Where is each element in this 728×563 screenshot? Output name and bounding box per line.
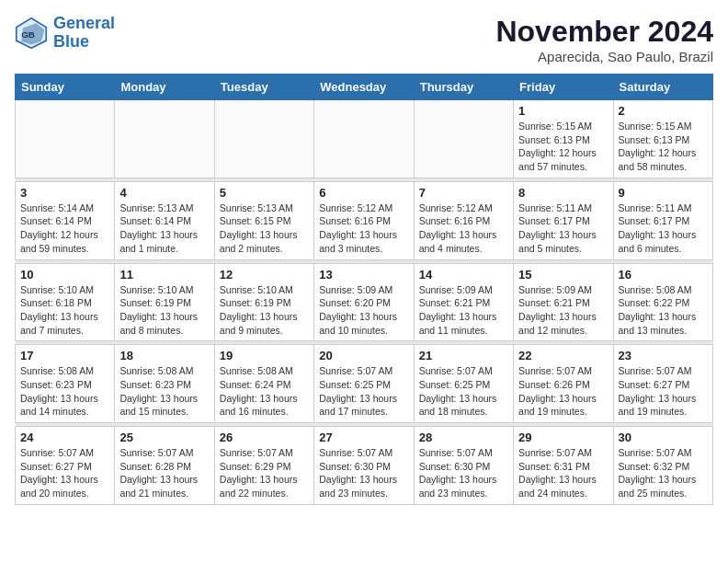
day-number: 15: [518, 268, 608, 282]
day-info: Sunrise: 5:07 AM Sunset: 6:27 PM Dayligh…: [619, 364, 708, 419]
calendar-cell-w1-d5: [414, 100, 513, 178]
col-saturday: Saturday: [613, 75, 712, 100]
calendar-table: Sunday Monday Tuesday Wednesday Thursday…: [15, 74, 713, 505]
calendar-week-3: 10Sunrise: 5:10 AM Sunset: 6:18 PM Dayli…: [16, 263, 713, 341]
calendar-week-5: 24Sunrise: 5:07 AM Sunset: 6:27 PM Dayli…: [16, 427, 713, 505]
day-info: Sunrise: 5:07 AM Sunset: 6:28 PM Dayligh…: [119, 446, 209, 500]
month-title: November 2024: [495, 15, 713, 49]
day-info: Sunrise: 5:10 AM Sunset: 6:19 PM Dayligh…: [119, 283, 209, 338]
day-info: Sunrise: 5:10 AM Sunset: 6:18 PM Dayligh…: [20, 283, 109, 338]
logo-line2: Blue: [53, 32, 89, 51]
day-number: 26: [220, 431, 309, 444]
day-info: Sunrise: 5:13 AM Sunset: 6:14 PM Dayligh…: [119, 201, 209, 256]
day-info: Sunrise: 5:07 AM Sunset: 6:30 PM Dayligh…: [319, 446, 408, 500]
calendar-cell-w3-d6: 15Sunrise: 5:09 AM Sunset: 6:21 PM Dayli…: [514, 263, 613, 341]
day-number: 29: [518, 431, 608, 444]
day-info: Sunrise: 5:07 AM Sunset: 6:31 PM Dayligh…: [518, 446, 608, 500]
day-number: 8: [518, 186, 608, 200]
calendar-cell-w1-d3: [214, 100, 313, 178]
day-number: 7: [419, 186, 508, 200]
day-info: Sunrise: 5:13 AM Sunset: 6:15 PM Dayligh…: [220, 201, 309, 256]
day-info: Sunrise: 5:09 AM Sunset: 6:21 PM Dayligh…: [518, 283, 608, 338]
calendar-cell-w5-d7: 30Sunrise: 5:07 AM Sunset: 6:32 PM Dayli…: [613, 427, 712, 505]
calendar-cell-w1-d1: [16, 100, 115, 178]
calendar-cell-w5-d4: 27Sunrise: 5:07 AM Sunset: 6:30 PM Dayli…: [314, 427, 414, 505]
calendar-cell-w4-d2: 18Sunrise: 5:08 AM Sunset: 6:23 PM Dayli…: [115, 345, 214, 423]
calendar-week-1: 1Sunrise: 5:15 AM Sunset: 6:13 PM Daylig…: [16, 100, 713, 178]
day-info: Sunrise: 5:09 AM Sunset: 6:21 PM Dayligh…: [419, 283, 508, 338]
day-info: Sunrise: 5:11 AM Sunset: 6:17 PM Dayligh…: [518, 201, 608, 256]
day-info: Sunrise: 5:15 AM Sunset: 6:13 PM Dayligh…: [619, 120, 708, 174]
col-wednesday: Wednesday: [314, 75, 414, 100]
calendar-cell-w3-d2: 11Sunrise: 5:10 AM Sunset: 6:19 PM Dayli…: [115, 263, 214, 341]
day-number: 22: [518, 349, 608, 362]
col-monday: Monday: [115, 75, 214, 100]
calendar-cell-w4-d6: 22Sunrise: 5:07 AM Sunset: 6:26 PM Dayli…: [514, 345, 613, 423]
logo-line1: General: [53, 14, 115, 32]
day-info: Sunrise: 5:08 AM Sunset: 6:23 PM Dayligh…: [119, 364, 209, 419]
col-friday: Friday: [514, 75, 613, 100]
day-info: Sunrise: 5:09 AM Sunset: 6:20 PM Dayligh…: [319, 283, 408, 338]
calendar-cell-w2-d2: 4Sunrise: 5:13 AM Sunset: 6:14 PM Daylig…: [115, 181, 214, 259]
day-info: Sunrise: 5:07 AM Sunset: 6:30 PM Dayligh…: [419, 446, 508, 500]
day-info: Sunrise: 5:07 AM Sunset: 6:27 PM Dayligh…: [20, 446, 109, 500]
day-number: 21: [419, 349, 508, 362]
calendar-cell-w5-d5: 28Sunrise: 5:07 AM Sunset: 6:30 PM Dayli…: [414, 427, 513, 505]
day-number: 16: [619, 268, 708, 282]
calendar-cell-w5-d2: 25Sunrise: 5:07 AM Sunset: 6:28 PM Dayli…: [115, 427, 214, 505]
col-thursday: Thursday: [414, 75, 513, 100]
day-number: 11: [119, 268, 209, 282]
day-info: Sunrise: 5:14 AM Sunset: 6:14 PM Dayligh…: [20, 201, 109, 256]
calendar-cell-w3-d3: 12Sunrise: 5:10 AM Sunset: 6:19 PM Dayli…: [214, 263, 313, 341]
day-number: 13: [319, 268, 408, 282]
day-info: Sunrise: 5:11 AM Sunset: 6:17 PM Dayligh…: [619, 201, 708, 256]
day-info: Sunrise: 5:07 AM Sunset: 6:26 PM Dayligh…: [518, 364, 608, 419]
calendar-cell-w5-d1: 24Sunrise: 5:07 AM Sunset: 6:27 PM Dayli…: [16, 427, 115, 505]
day-number: 14: [419, 268, 508, 282]
calendar-cell-w5-d6: 29Sunrise: 5:07 AM Sunset: 6:31 PM Dayli…: [514, 427, 613, 505]
calendar-week-2: 3Sunrise: 5:14 AM Sunset: 6:14 PM Daylig…: [16, 181, 713, 259]
day-number: 17: [20, 349, 109, 362]
day-info: Sunrise: 5:12 AM Sunset: 6:16 PM Dayligh…: [319, 201, 408, 256]
calendar-cell-w4-d4: 20Sunrise: 5:07 AM Sunset: 6:25 PM Dayli…: [314, 345, 414, 423]
col-sunday: Sunday: [16, 75, 115, 100]
calendar-cell-w4-d5: 21Sunrise: 5:07 AM Sunset: 6:25 PM Dayli…: [414, 345, 513, 423]
day-number: 9: [619, 186, 708, 200]
day-info: Sunrise: 5:08 AM Sunset: 6:23 PM Dayligh…: [20, 364, 109, 419]
calendar-cell-w1-d6: 1Sunrise: 5:15 AM Sunset: 6:13 PM Daylig…: [514, 100, 613, 178]
day-number: 12: [220, 268, 309, 282]
logo: GB General Blue: [15, 15, 115, 52]
svg-text:GB: GB: [21, 29, 35, 40]
calendar-cell-w3-d1: 10Sunrise: 5:10 AM Sunset: 6:18 PM Dayli…: [16, 263, 115, 341]
calendar-cell-w4-d1: 17Sunrise: 5:08 AM Sunset: 6:23 PM Dayli…: [16, 345, 115, 423]
calendar-cell-w3-d5: 14Sunrise: 5:09 AM Sunset: 6:21 PM Dayli…: [414, 263, 513, 341]
day-number: 23: [619, 349, 708, 362]
day-info: Sunrise: 5:07 AM Sunset: 6:32 PM Dayligh…: [619, 446, 708, 500]
calendar-cell-w2-d6: 8Sunrise: 5:11 AM Sunset: 6:17 PM Daylig…: [514, 181, 613, 259]
day-info: Sunrise: 5:07 AM Sunset: 6:25 PM Dayligh…: [319, 364, 408, 419]
day-info: Sunrise: 5:08 AM Sunset: 6:24 PM Dayligh…: [220, 364, 309, 419]
day-number: 2: [619, 104, 708, 118]
day-number: 5: [220, 186, 309, 200]
page-header: GB General Blue November 2024 Aparecida,…: [15, 15, 713, 64]
day-number: 4: [119, 186, 209, 200]
calendar-cell-w2-d3: 5Sunrise: 5:13 AM Sunset: 6:15 PM Daylig…: [214, 181, 313, 259]
calendar-cell-w2-d7: 9Sunrise: 5:11 AM Sunset: 6:17 PM Daylig…: [613, 181, 712, 259]
calendar-cell-w1-d7: 2Sunrise: 5:15 AM Sunset: 6:13 PM Daylig…: [613, 100, 712, 178]
day-info: Sunrise: 5:08 AM Sunset: 6:22 PM Dayligh…: [619, 283, 708, 338]
day-number: 19: [220, 349, 309, 362]
calendar-cell-w4-d7: 23Sunrise: 5:07 AM Sunset: 6:27 PM Dayli…: [613, 345, 712, 423]
day-info: Sunrise: 5:10 AM Sunset: 6:19 PM Dayligh…: [220, 283, 309, 338]
day-info: Sunrise: 5:07 AM Sunset: 6:29 PM Dayligh…: [220, 446, 309, 500]
day-info: Sunrise: 5:07 AM Sunset: 6:25 PM Dayligh…: [419, 364, 508, 419]
calendar-cell-w3-d7: 16Sunrise: 5:08 AM Sunset: 6:22 PM Dayli…: [613, 263, 712, 341]
day-number: 6: [319, 186, 408, 200]
day-number: 1: [518, 104, 608, 118]
calendar-header-row: Sunday Monday Tuesday Wednesday Thursday…: [16, 75, 713, 100]
calendar-cell-w2-d5: 7Sunrise: 5:12 AM Sunset: 6:16 PM Daylig…: [414, 181, 513, 259]
location-subtitle: Aparecida, Sao Paulo, Brazil: [495, 49, 713, 64]
title-block: November 2024 Aparecida, Sao Paulo, Braz…: [495, 15, 713, 64]
calendar-cell-w1-d2: [115, 100, 214, 178]
logo-icon: GB: [15, 17, 48, 50]
day-number: 30: [619, 431, 708, 444]
